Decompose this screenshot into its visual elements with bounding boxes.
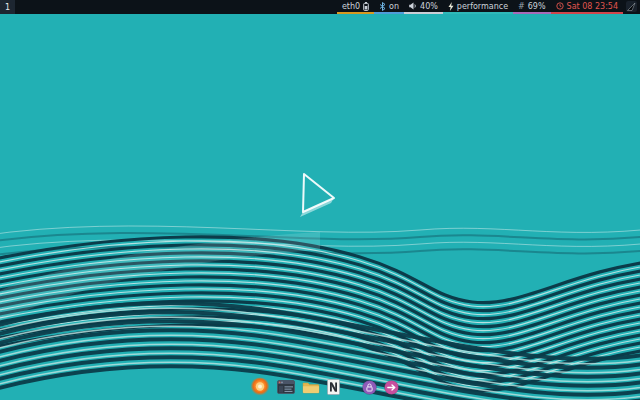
play-triangle-logo: [296, 168, 342, 224]
terminal-icon: [277, 380, 295, 394]
battery-icon: [363, 2, 369, 11]
volume-label: 40%: [420, 2, 438, 11]
orb-launcher-icon: [250, 377, 270, 397]
text-editor-icon: [327, 379, 340, 395]
dock: [250, 377, 399, 397]
power-profile-module[interactable]: performance: [443, 0, 513, 14]
logout-button[interactable]: [384, 380, 399, 395]
clock-module[interactable]: Sat 08 23:54: [551, 0, 623, 14]
wallpaper-waves: [0, 0, 640, 400]
lock-screen-button[interactable]: [362, 380, 377, 395]
tray-app[interactable]: [623, 0, 640, 14]
status-modules: eth0 on 40%: [337, 0, 640, 14]
workspace-indicator[interactable]: 1: [0, 0, 15, 14]
volume-icon: [409, 2, 417, 10]
power-profile-label: performance: [457, 2, 508, 11]
lock-icon: [362, 380, 377, 395]
volume-module[interactable]: 40%: [404, 0, 443, 14]
file-manager-button[interactable]: [302, 380, 320, 394]
cpu-module[interactable]: # 69%: [513, 0, 550, 14]
bluetooth-label: on: [389, 2, 399, 11]
orb-launcher-button[interactable]: [250, 377, 270, 397]
clock-label: Sat 08 23:54: [567, 2, 618, 11]
logout-arrow-icon: [384, 380, 399, 395]
terminal-button[interactable]: [277, 380, 295, 394]
network-module[interactable]: eth0: [337, 0, 374, 14]
folder-icon: [302, 380, 320, 394]
desktop: 1 eth0 on 40: [0, 0, 640, 400]
text-editor-button[interactable]: [327, 379, 340, 395]
bluetooth-icon: [379, 2, 386, 11]
status-bar: 1 eth0 on 40: [0, 0, 640, 14]
cpu-label: 69%: [528, 2, 546, 11]
clock-icon: [556, 2, 564, 10]
cpu-glyph: #: [518, 2, 525, 11]
bluetooth-module[interactable]: on: [374, 0, 404, 14]
app-tray-icon: [626, 1, 637, 12]
bolt-icon: [448, 2, 454, 11]
network-label: eth0: [342, 2, 360, 11]
